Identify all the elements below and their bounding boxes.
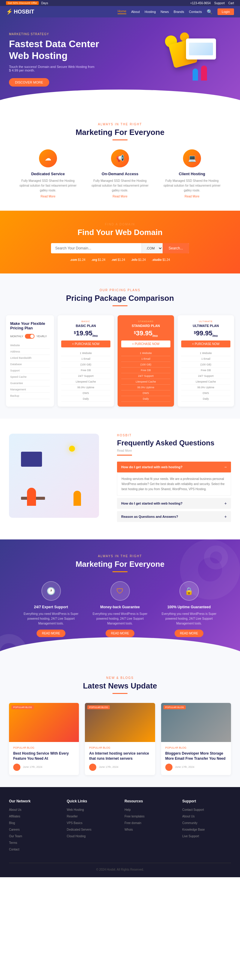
footer-link-freedomain[interactable]: Free domain xyxy=(125,821,174,826)
footer-link-careers[interactable]: Careers xyxy=(9,827,58,832)
cart-link[interactable]: Cart xyxy=(228,2,234,5)
site-logo[interactable]: ⚡ HOSBIT xyxy=(6,8,34,15)
footer-link-dedicated[interactable]: Dedicated Servers xyxy=(67,827,116,832)
footer-link-live-support[interactable]: Live Support xyxy=(182,834,231,839)
tld-org: .org $1.24 xyxy=(92,258,106,261)
news-badge-2: POPULAR BLOG xyxy=(87,705,110,709)
footer-link-community[interactable]: Community xyxy=(182,821,231,826)
faq-question-2[interactable]: How do I get started with web hosting? + xyxy=(117,498,231,509)
news-divider xyxy=(112,693,128,694)
faq-content: HOSBIT Frequently Asked Questions Read M… xyxy=(117,434,231,524)
footer-link-ourteam[interactable]: Our Team xyxy=(9,834,58,839)
faq-item-1: How do I get started with web hosting? −… xyxy=(117,461,231,496)
footer-link-contact[interactable]: Contact xyxy=(9,847,58,852)
marketing-purple-section: ALWAYS IN THE RIGHT Marketing For Everyo… xyxy=(0,539,240,661)
uptime-btn[interactable]: READ MORE xyxy=(175,630,204,637)
news-card-3[interactable]: POPULAR BLOG POPULAR BLOG Bloggers Devel… xyxy=(161,703,231,775)
plan-standard-name: STANDARD PLAN xyxy=(121,324,171,328)
guarantee-btn[interactable]: READ MORE xyxy=(106,630,135,637)
figure2-shape xyxy=(193,68,198,81)
uptime-desc: Everything you need WordPress is Super p… xyxy=(159,612,219,626)
tld-studio: .studio $1.24 xyxy=(152,258,170,261)
footer-link-whois[interactable]: Whois xyxy=(125,827,174,832)
footer-link-affiliates[interactable]: Affiliates xyxy=(9,814,58,819)
nav-news[interactable]: News xyxy=(161,10,169,14)
domain-search-bar: .COM .NET .ORG Search... xyxy=(51,243,189,253)
ondemand-link[interactable]: Read More xyxy=(112,195,127,198)
footer-quicklinks-heading: Quick Links xyxy=(67,799,116,803)
footer-link-vps[interactable]: VPS Basics xyxy=(67,821,116,826)
news-card-1[interactable]: POPULAR BLOG POPULAR BLOG Best Hosting S… xyxy=(9,703,79,775)
faq-toggle-icon-3: + xyxy=(224,514,227,519)
top-bar: Get 50% Discount! Offer Days +123-456-96… xyxy=(0,0,240,6)
footer-link-about-support[interactable]: About Us xyxy=(182,814,231,819)
news-card-3-body: POPULAR BLOG Bloggers Developer More Sto… xyxy=(161,742,231,775)
domain-search-button[interactable]: Search... xyxy=(163,243,189,253)
top-bar-left: Get 50% Discount! Offer Days xyxy=(6,1,48,5)
hero-image xyxy=(141,29,231,89)
footer-link-contact-support[interactable]: Contact Support xyxy=(182,808,231,812)
guarantee-icon: 🛡 xyxy=(111,581,130,601)
news-section: NEW & BLOGS Latest News Update POPULAR B… xyxy=(0,661,240,787)
footer-link-terms[interactable]: Terms xyxy=(9,840,58,845)
guarantee-desc: Everything you need WordPress is Super p… xyxy=(90,612,150,626)
navbar: ⚡ HOSBIT Home About Hosting News Brands … xyxy=(0,6,240,18)
dedicated-desc: Fully Managed SSD Shared the Hosting opt… xyxy=(18,178,78,193)
news-card-3-image: POPULAR BLOG xyxy=(161,703,231,742)
plan-basic-buy-button[interactable]: + PURCHASE NOW xyxy=(61,340,111,347)
marketing-divider xyxy=(112,140,128,140)
news-card-2-body: POPULAR BLOG An Internet hosting service… xyxy=(85,742,155,775)
plan-ultimate-buy-button[interactable]: + PURCHASE NOW xyxy=(181,340,231,347)
footer-link-aboutus[interactable]: About Us xyxy=(9,808,58,812)
news-title-1: Best Hosting Service With Every Feature … xyxy=(13,751,75,761)
footer-link-reseller[interactable]: Reseller xyxy=(67,814,116,819)
footer-network-heading: Our Network xyxy=(9,799,58,803)
footer-link-help[interactable]: Help xyxy=(125,808,174,812)
faq-tag: HOSBIT xyxy=(117,434,231,437)
support-desc: Everything you need WordPress is Super p… xyxy=(21,612,81,626)
nav-home[interactable]: Home xyxy=(118,9,126,14)
faq-lamp xyxy=(69,445,75,452)
toggle-switch[interactable] xyxy=(25,334,35,339)
plan-standard-buy-button[interactable]: + PURCHASE NOW xyxy=(121,340,171,347)
support-link[interactable]: Support xyxy=(214,2,225,5)
footer-col-support: Support Contact Support About Us Communi… xyxy=(182,799,231,854)
faq-question-1[interactable]: How do I get started with web hosting? − xyxy=(117,461,231,473)
domain-ext-select[interactable]: .COM .NET .ORG xyxy=(142,243,163,253)
nav-about[interactable]: About xyxy=(131,10,140,14)
plan-ultimate-name: ULTIMATE PLAN xyxy=(181,324,231,328)
nav-brands[interactable]: Brands xyxy=(174,10,184,14)
news-date-2: June 17th, 2024 xyxy=(89,764,151,771)
faq-item-3: Reason as Questions and Answers? + xyxy=(117,511,231,522)
nav-contacts[interactable]: Contacts xyxy=(189,10,202,14)
support-btn[interactable]: READ MORE xyxy=(36,630,66,637)
footer-link-knowledge[interactable]: Knowledge Base xyxy=(182,827,231,832)
client-link[interactable]: Read More xyxy=(185,195,199,198)
domain-search-input[interactable] xyxy=(51,243,142,253)
pricing-rows: Website Address Linked Bandwidth Databas… xyxy=(10,342,50,399)
footer-col-quicklinks: Quick Links Web Hosting Reseller VPS Bas… xyxy=(67,799,116,854)
search-icon[interactable]: 🔍 xyxy=(207,9,213,15)
uptime-title: 100% Uptime Guaranteed xyxy=(159,605,219,609)
footer-link-templates[interactable]: Free templates xyxy=(125,814,174,819)
footer-link-blog[interactable]: Blog xyxy=(9,821,58,826)
top-bar-right: +123-456-9654 Support Cart xyxy=(190,2,234,5)
footer-link-webhosting[interactable]: Web Hosting xyxy=(67,808,116,812)
footer-copyright: © 2024 Hosbit. All Rights Reserved. xyxy=(96,868,144,871)
plan-basic: BASIC BASIC PLAN $19.95/mo + PURCHASE NO… xyxy=(58,315,114,407)
plan-basic-price: $19.95/mo xyxy=(61,329,111,337)
news-meta-2: POPULAR BLOG xyxy=(89,746,151,749)
hero-cta-button[interactable]: DISCOVER MORE xyxy=(9,78,49,87)
faq-question-3[interactable]: Reason as Questions and Answers? + xyxy=(117,511,231,522)
domain-title: Find Your Web Domain xyxy=(9,228,231,237)
nav-hosting[interactable]: Hosting xyxy=(145,10,156,14)
domain-tlds: .com $1.24 .org $1.24 .net $1.24 .info $… xyxy=(9,258,231,261)
tld-info: .info $1.24 xyxy=(131,258,146,261)
dedicated-link[interactable]: Read More xyxy=(41,195,55,198)
news-card-2[interactable]: POPULAR BLOG POPULAR BLOG An Internet ho… xyxy=(85,703,155,775)
footer-link-cloud[interactable]: Cloud Hosting xyxy=(67,834,116,839)
domain-tag: FIND A DOMAIN xyxy=(9,223,231,226)
nav-links: Home About Hosting News Brands Contacts … xyxy=(118,8,234,15)
login-button[interactable]: Login xyxy=(218,8,234,15)
news-avatar-3 xyxy=(165,764,172,771)
